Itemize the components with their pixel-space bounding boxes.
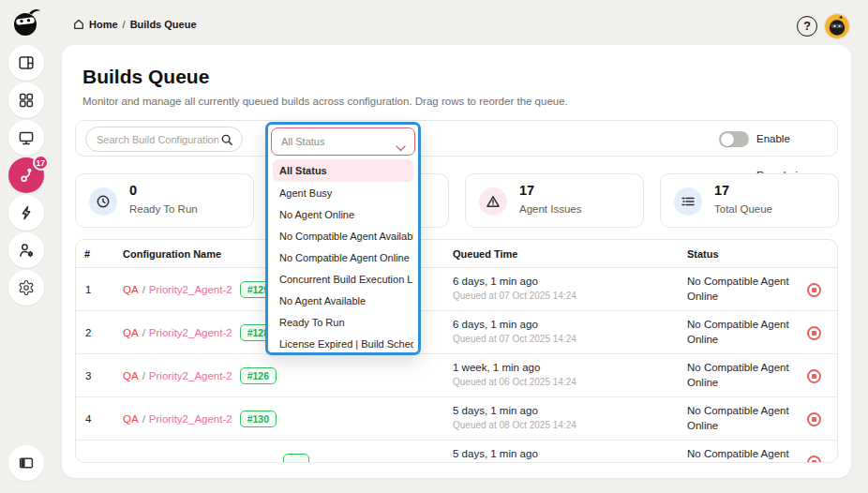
menu-item-all-status[interactable]: All Status <box>273 159 413 182</box>
config-separator: / <box>142 370 145 381</box>
apps-grid-icon <box>18 92 35 109</box>
breadcrumb-current: Builds Queue <box>130 19 197 30</box>
help-button[interactable]: ? <box>797 16 817 37</box>
sidebar-item-settings[interactable] <box>8 270 44 306</box>
project-name[interactable]: QA <box>123 413 139 425</box>
chevron-down-icon <box>396 139 406 156</box>
menu-item-agent-busy[interactable]: Agent Busy <box>273 183 413 204</box>
queued-time: 6 days, 1 min ago Queued at 07 Oct 2025 … <box>453 276 576 301</box>
sidebar-collapse-button[interactable] <box>8 445 44 481</box>
enable-reordering-toggle[interactable] <box>719 131 749 147</box>
stat-value: 17 <box>714 183 729 198</box>
status-text: No Compatible Agent Online <box>687 275 804 304</box>
cancel-build-button[interactable] <box>807 283 821 297</box>
build-number-badge[interactable] <box>283 454 309 464</box>
table-header: # Configuration Name Queued Time Status <box>76 240 837 268</box>
main-panel: Builds Queue Monitor and manage all curr… <box>62 45 851 478</box>
configuration-name: QA / Priority2_Agent-2 #126 <box>123 354 277 397</box>
status-text: No Compatible Agent Online <box>687 404 804 433</box>
stat-label: Ready To Run <box>129 203 198 215</box>
cancel-build-button[interactable] <box>807 326 821 340</box>
search-build-configurations <box>85 127 243 152</box>
stop-icon <box>812 460 816 463</box>
config-separator: / <box>142 327 145 338</box>
toggle-knob <box>721 133 734 146</box>
configuration-name: QA / Priority2_Agent-2 #130 <box>123 397 277 441</box>
stat-card-ready-to-run: 0 Ready To Run <box>75 173 254 228</box>
user-avatar[interactable] <box>825 14 849 38</box>
breadcrumb-home[interactable]: Home <box>89 19 118 30</box>
menu-item-concurrent-build-execution-limit[interactable]: Concurrent Build Execution Li... <box>273 269 413 291</box>
menu-item-no-compatible-agent-online[interactable]: No Compatible Agent Online <box>273 247 413 269</box>
config-separator: / <box>142 413 145 425</box>
config-name[interactable]: Priority2_Agent-2 <box>149 327 232 338</box>
queued-time: 6 days, 1 min ago Queued at 07 Oct 2025 … <box>453 319 576 344</box>
queue-count-badge: 17 <box>33 155 49 171</box>
panel-toggle-icon <box>18 455 35 471</box>
time-ago: 1 week, 1 min ago <box>453 362 576 373</box>
config-name[interactable]: Priority2_Agent-2 <box>149 370 232 381</box>
table-row: 5 days, 1 min ago No Compatible Agent <box>76 441 837 463</box>
queued-time: 5 days, 1 min ago Queued at 08 Oct 2025 … <box>453 405 576 430</box>
menu-item-license-expired[interactable]: License Expired | Build Schedu... <box>273 334 413 355</box>
search-icon <box>220 133 233 150</box>
sidebar-item-actions[interactable] <box>8 195 44 231</box>
table-row: 1 QA / Priority2_Agent-2 #129 6 days, 1 … <box>76 268 837 311</box>
config-separator: / <box>142 284 145 295</box>
configuration-name: QA / Priority2_Agent-2 #128 <box>123 311 277 354</box>
sidebar-item-apps[interactable] <box>8 82 44 118</box>
time-ago: 5 days, 1 min ago <box>453 448 538 459</box>
menu-item-no-agent-online[interactable]: No Agent Online <box>273 204 413 226</box>
breadcrumb: Home / Builds Queue <box>73 19 197 30</box>
time-ago: 6 days, 1 min ago <box>453 319 576 330</box>
build-number-badge[interactable]: #126 <box>240 367 277 384</box>
project-name[interactable]: QA <box>123 327 139 338</box>
queue-list-icon <box>674 187 702 216</box>
cancel-build-button[interactable] <box>807 412 821 426</box>
cancel-build-button[interactable] <box>807 456 821 463</box>
sidebar-item-agents[interactable] <box>8 232 44 268</box>
col-status: Status <box>687 240 719 268</box>
config-name[interactable]: Priority2_Agent-2 <box>149 284 232 295</box>
project-name[interactable]: QA <box>123 284 139 295</box>
row-number: 1 <box>85 268 91 311</box>
sidebar-item-builds-queue[interactable]: 17 <box>8 157 44 193</box>
home-icon <box>73 19 84 30</box>
stat-card-total-queue: 17 Total Queue <box>660 173 839 228</box>
queued-at: Queued at 07 Oct 2025 14:24 <box>453 334 576 344</box>
table-row: 4 QA / Priority2_Agent-2 #130 5 days, 1 … <box>76 397 837 441</box>
search-input[interactable] <box>97 128 218 150</box>
menu-item-ready-to-run[interactable]: Ready To Run <box>273 312 413 334</box>
sidebar-item-dashboard[interactable] <box>8 45 44 81</box>
status-filter-dropdown: All Status All Status Agent Busy No Agen… <box>265 122 421 355</box>
page-subtitle: Monitor and manage all currently queued … <box>82 96 568 107</box>
queued-at: Queued at 08 Oct 2025 14:24 <box>453 420 576 430</box>
menu-item-no-compatible-agent-available[interactable]: No Compatible Agent Available <box>273 226 413 247</box>
builds-queue-hook-icon <box>18 167 36 185</box>
warning-triangle-icon <box>479 187 507 216</box>
filters-toolbar: Enable Reordering <box>75 120 838 157</box>
breadcrumb-separator: / <box>123 19 126 30</box>
status-filter-select[interactable]: All Status <box>271 127 415 156</box>
monitor-icon <box>18 129 35 146</box>
row-number: 2 <box>85 311 91 354</box>
table-row: 2 QA / Priority2_Agent-2 #128 6 days, 1 … <box>76 311 837 354</box>
stop-icon <box>812 417 816 422</box>
build-number-badge[interactable]: #130 <box>240 411 277 427</box>
stat-card-agent-issues: 17 Agent Issues <box>465 173 644 228</box>
project-name[interactable]: QA <box>123 370 139 381</box>
menu-item-no-agent-available[interactable]: No Agent Available <box>273 291 413 312</box>
row-number: 4 <box>85 397 91 441</box>
status-options-menu: All Status Agent Busy No Agent Online No… <box>268 159 418 355</box>
layout-icon <box>18 54 35 71</box>
sidebar: 17 <box>0 0 52 493</box>
cancel-build-button[interactable] <box>807 369 821 383</box>
time-ago: 5 days, 1 min ago <box>453 405 576 416</box>
sidebar-item-monitors[interactable] <box>8 120 44 156</box>
queued-time: 1 week, 1 min ago Queued at 06 Oct 2025 … <box>453 362 576 387</box>
lightning-icon <box>18 204 35 221</box>
app-logo-ninja-icon[interactable] <box>9 6 43 39</box>
configuration-name <box>123 441 309 463</box>
config-name[interactable]: Priority2_Agent-2 <box>149 413 232 425</box>
status-text: No Compatible Agent Online <box>687 318 804 347</box>
